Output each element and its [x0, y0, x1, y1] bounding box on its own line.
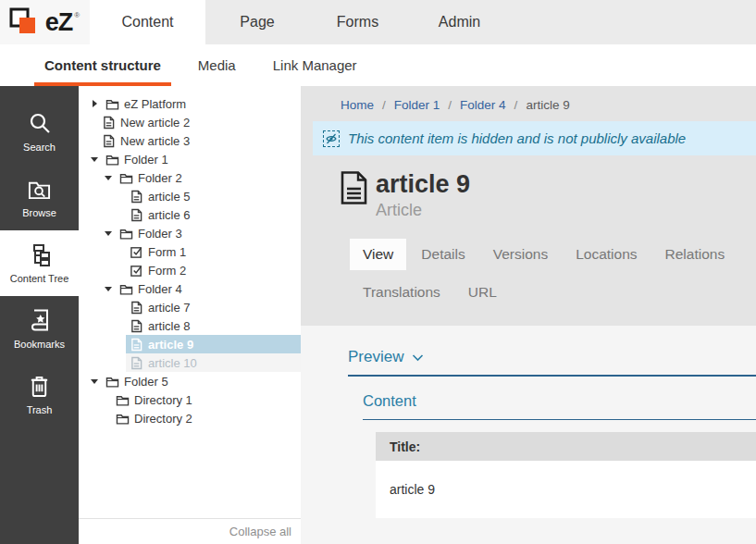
top-tab-content[interactable]: Content [90, 0, 205, 44]
ez-platform-admin: eZ® ContentPageFormsAdmin Content struct… [0, 0, 756, 544]
tree-footer: Collapse all [79, 518, 301, 544]
top-bar: eZ® ContentPageFormsAdmin [0, 0, 756, 44]
article-icon [129, 189, 143, 204]
tab-details[interactable]: Details [408, 239, 477, 270]
tree-item[interactable]: Form 1 [79, 242, 301, 261]
subnav-item-link-manager[interactable]: Link Manager [263, 44, 367, 86]
folder-icon [105, 152, 119, 167]
field-table: Title:article 9 [376, 432, 756, 518]
tree-item[interactable]: eZ Platform [79, 94, 301, 113]
tree-item-label: article 6 [148, 208, 191, 222]
tree-item[interactable]: article 10 [79, 353, 301, 372]
tree-item-label: article 8 [148, 319, 191, 333]
tab-relations[interactable]: Relations [652, 239, 738, 270]
sidebar-item-label: Search [23, 142, 56, 153]
tree-item[interactable]: article 6 [79, 205, 301, 224]
article-icon [129, 337, 143, 352]
tree-item[interactable]: Directory 1 [79, 390, 301, 409]
article-icon [340, 170, 368, 205]
top-tab-admin[interactable]: Admin [406, 0, 513, 44]
tree-item-label: Folder 1 [124, 153, 168, 167]
folder-icon [118, 226, 133, 241]
ez-logo[interactable]: eZ® [0, 0, 90, 44]
tree-item-inner: Form 2 [126, 261, 301, 279]
sidebar-item-label: Trash [27, 404, 53, 415]
tab-translations[interactable]: Translations [350, 277, 453, 308]
tree-item[interactable]: article 9 [79, 335, 301, 353]
article-icon [129, 318, 143, 333]
caret-down-icon[interactable] [89, 379, 100, 384]
tab-url[interactable]: URL [455, 277, 510, 308]
content-header: Home/Folder 1/Folder 4/article 9 This co… [301, 86, 756, 326]
tree-item-label: Folder 4 [138, 282, 182, 296]
tree-item-label: Folder 5 [124, 375, 168, 389]
tree-item[interactable]: Directory 2 [79, 409, 301, 427]
tree-item[interactable]: Folder 5 [79, 372, 301, 390]
tree-item-label: Form 2 [148, 264, 186, 278]
top-tab-forms[interactable]: Forms [309, 0, 406, 44]
tree-item[interactable]: Form 2 [79, 261, 301, 279]
hidden-eye-icon [323, 130, 340, 147]
sidebar-item-label: Browse [22, 207, 56, 218]
sidebar-item-bookmarks[interactable]: Bookmarks [0, 296, 79, 362]
top-nav-tabs: ContentPageFormsAdmin [90, 0, 513, 44]
tree-item-label: eZ Platform [124, 97, 186, 111]
tree-item[interactable]: Folder 3 [79, 224, 301, 242]
trash-icon [27, 373, 53, 399]
breadcrumb-separator: / [382, 98, 386, 112]
sidebar-item-search[interactable]: Search [0, 99, 79, 165]
top-tab-page[interactable]: Page [205, 0, 309, 44]
subnav-item-media[interactable]: Media [188, 44, 246, 86]
breadcrumb-link[interactable]: Folder 4 [460, 98, 506, 112]
registered-mark: ® [74, 11, 80, 19]
sidebar-item-label: Bookmarks [14, 339, 65, 350]
folder-icon [105, 96, 119, 111]
tree-item[interactable]: Folder 2 [79, 168, 301, 187]
tab-versions[interactable]: Versions [480, 239, 561, 270]
tree-item[interactable]: article 7 [79, 298, 301, 316]
tree-item-inner: Folder 3 [100, 224, 301, 242]
sidebar-item-browse[interactable]: Browse [0, 165, 79, 230]
field-label: Title: [376, 432, 756, 461]
preview-section-header[interactable]: Preview [348, 348, 756, 377]
tree-item-label: Folder 2 [138, 171, 182, 185]
article-icon [101, 133, 116, 148]
left-sidebar: SearchBrowseContent TreeBookmarksTrash [0, 86, 79, 544]
tree-item[interactable]: Folder 1 [79, 150, 301, 168]
tree-item-label: article 5 [148, 190, 191, 204]
page-title: article 9 [376, 170, 470, 199]
tab-view[interactable]: View [350, 239, 406, 270]
caret-down-icon[interactable] [103, 231, 114, 236]
tree-item[interactable]: Folder 4 [79, 279, 301, 298]
tree-item-inner: article 6 [126, 205, 301, 224]
tree-item-label: Directory 1 [134, 393, 192, 407]
caret-down-icon[interactable] [103, 287, 114, 291]
sidebar-item-content-tree[interactable]: Content Tree [0, 230, 79, 296]
tree-item-label: article 9 [148, 338, 193, 352]
article-icon [129, 300, 143, 315]
caret-down-icon[interactable] [89, 157, 100, 162]
tree-item[interactable]: New article 3 [79, 131, 301, 150]
title-texts: article 9 Article [376, 170, 470, 220]
body-row: SearchBrowseContent TreeBookmarksTrash e… [0, 86, 756, 544]
preview-toggle[interactable]: Preview [348, 348, 403, 366]
breadcrumb-link[interactable]: Home [341, 98, 374, 112]
tree-item[interactable]: New article 2 [79, 113, 301, 131]
folder-icon [118, 170, 133, 185]
caret-down-icon[interactable] [103, 176, 114, 180]
form-icon [129, 263, 143, 278]
content-body: Preview Content Title:article 9 [301, 326, 756, 544]
tree-item-inner: New article 3 [98, 131, 301, 150]
content-group-label: Content [363, 392, 416, 409]
sidebar-item-trash[interactable]: Trash [0, 362, 79, 427]
collapse-all-button[interactable]: Collapse all [229, 525, 291, 538]
secondary-nav: Content structureMediaLink Manager [0, 44, 756, 86]
tree-item[interactable]: article 8 [79, 316, 301, 335]
subnav-item-content-structure[interactable]: Content structure [34, 44, 171, 86]
tab-locations[interactable]: Locations [563, 239, 650, 270]
tree-item[interactable]: article 5 [79, 187, 301, 205]
caret-right-icon[interactable] [89, 100, 100, 107]
folder-icon [118, 281, 133, 296]
content-group-header: Content [363, 392, 756, 420]
breadcrumb-link[interactable]: Folder 1 [394, 98, 440, 112]
